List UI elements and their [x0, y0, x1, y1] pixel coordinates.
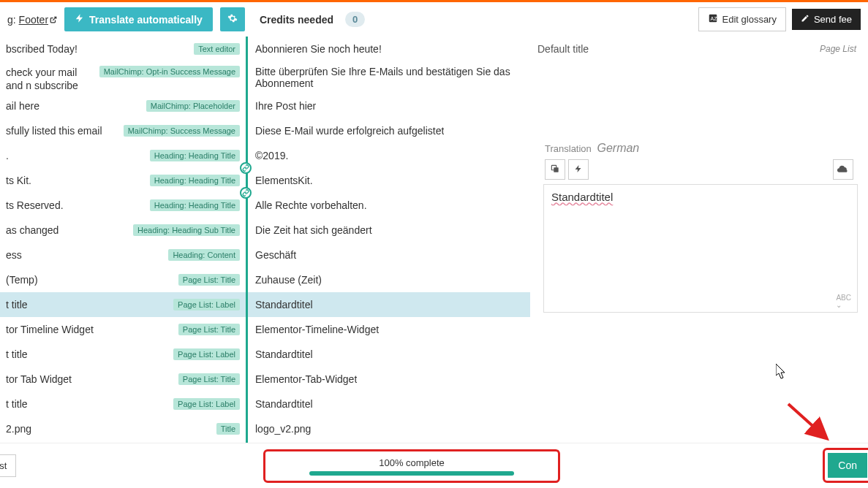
bolt-icon — [75, 13, 85, 26]
editor-source-tag: Page List — [820, 44, 856, 54]
source-text: ts Kit. — [6, 175, 150, 186]
translating-link[interactable]: Footer — [19, 14, 57, 26]
copy-icon — [550, 164, 560, 176]
target-row[interactable]: Diese E-Mail wurde erfolgreich aufgelist… — [248, 118, 530, 143]
target-row[interactable]: ElementsKit. — [248, 168, 530, 193]
target-text: Bitte überprüfen Sie Ihre E-Mails und be… — [255, 66, 524, 89]
credits-count-badge: 0 — [345, 12, 365, 27]
source-text: ail here — [6, 100, 146, 112]
source-text: . — [6, 150, 150, 161]
source-row[interactable]: (Temp)Page List: Title — [0, 267, 246, 292]
target-text: Standardtitel — [255, 398, 313, 410]
source-tag: MailChimp: Success Message — [124, 125, 240, 137]
source-text: tor Tab Widget — [6, 373, 178, 385]
top-toolbar: g: Footer Translate automatically Credit… — [0, 0, 868, 37]
source-column: bscribed Today!Text editorcheck your mai… — [0, 37, 246, 443]
source-row[interactable]: tor Tab WidgetPage List: Title — [0, 367, 246, 392]
svg-text:AZ: AZ — [710, 16, 717, 21]
source-row[interactable]: 2.pngTitle — [0, 416, 246, 441]
gear-icon — [227, 14, 238, 26]
toolbar-left — [545, 159, 589, 180]
translate-button-label: Translate automatically — [89, 14, 203, 26]
target-text: ©2019. — [255, 150, 288, 161]
target-row[interactable]: Elementor-Timeline-Widget — [248, 317, 530, 342]
source-tag: MailChimp: Opt-in Success Message — [99, 66, 240, 77]
target-row[interactable]: Abonnieren Sie noch heute! — [248, 37, 530, 61]
translating-label: g: Footer — [7, 14, 57, 26]
target-text: Elementor-Timeline-Widget — [255, 324, 379, 335]
source-row[interactable]: tor Timeline WidgetPage List: Title — [0, 317, 246, 342]
source-row[interactable]: check your mail and n subscribeMailChimp… — [0, 61, 246, 94]
translate-automatically-button[interactable]: Translate automatically — [64, 7, 213, 31]
translation-toolbar — [537, 155, 861, 184]
target-text: logo_v2.png — [255, 423, 311, 435]
cloud-button[interactable] — [833, 159, 853, 180]
source-row[interactable]: ail hereMailChimp: Placeholder — [0, 94, 246, 118]
source-text: as changed — [6, 224, 133, 236]
target-text: Standardtitel — [255, 299, 313, 310]
target-row[interactable]: Standardtitel — [248, 292, 530, 317]
target-text: ElementsKit. — [255, 175, 313, 186]
edit-glossary-button[interactable]: AZ Edit glossary — [698, 7, 786, 31]
source-tag: Page List: Label — [173, 299, 240, 310]
source-tag: Title — [216, 423, 240, 435]
progress-label: 100% complete — [379, 457, 445, 468]
source-row[interactable]: ts Reserved.Heading: Heading Title — [0, 193, 246, 218]
target-row[interactable]: Ihre Post hier — [248, 94, 530, 118]
target-row[interactable]: Alle Rechte vorbehalten. — [248, 193, 530, 218]
source-tag: Page List: Title — [178, 373, 240, 385]
main-area: bscribed Today!Text editorcheck your mai… — [0, 37, 868, 443]
copy-source-button[interactable] — [545, 159, 565, 180]
source-text: t title — [6, 398, 173, 410]
source-text: (Temp) — [6, 274, 178, 286]
source-tag: Heading: Heading Title — [150, 199, 240, 211]
target-text: Ihre Post hier — [255, 100, 316, 112]
target-row[interactable]: Standardtitel — [248, 342, 530, 367]
source-tag: Heading: Heading Sub Title — [133, 224, 240, 236]
cloud-icon — [837, 164, 849, 175]
source-tag: MailChimp: Placeholder — [146, 100, 240, 112]
target-row[interactable]: Standardtitel — [248, 392, 530, 416]
complete-button[interactable]: Con — [828, 453, 867, 478]
source-row[interactable]: t titlePage List: Label — [0, 342, 246, 367]
source-text: t title — [6, 348, 173, 360]
send-feedback-button[interactable]: Send fee — [792, 9, 861, 30]
source-text: ess — [6, 249, 168, 261]
source-row[interactable]: essHeading: Content — [0, 243, 246, 267]
source-tag: Page List: Title — [178, 274, 240, 286]
source-tag: Text editor — [194, 43, 240, 55]
target-row[interactable]: Bitte überprüfen Sie Ihre E-Mails und be… — [248, 61, 530, 94]
target-row[interactable]: logo_v2.png — [248, 416, 530, 441]
target-text: Alle Rechte vorbehalten. — [255, 199, 367, 211]
source-tag: Heading: Heading Title — [150, 175, 240, 186]
translation-textarea[interactable]: Standardtitel ABC⌄ — [543, 184, 858, 313]
auto-translate-button[interactable] — [568, 159, 589, 180]
target-row[interactable]: Die Zeit hat sich geändert — [248, 218, 530, 243]
target-row[interactable]: Elementor-Tab-Widget — [248, 367, 530, 392]
source-row[interactable]: t titlePage List: Label — [0, 392, 246, 416]
source-row[interactable]: sfully listed this emailMailChimp: Succe… — [0, 118, 246, 143]
source-row[interactable]: t titlePage List: Label — [0, 292, 246, 317]
editor-column: Default title Page List Translation Germ… — [530, 37, 868, 443]
settings-button[interactable] — [220, 7, 245, 31]
target-row[interactable]: Zuhause (Zeit) — [248, 267, 530, 292]
credits-needed-label: Credits needed — [260, 14, 333, 26]
translation-text: Standardtitel — [551, 191, 613, 203]
target-text: Standardtitel — [255, 348, 313, 360]
back-to-list-button[interactable]: to list — [0, 454, 16, 477]
source-tag: Page List: Label — [173, 398, 240, 410]
topbar-right: AZ Edit glossary Send fee — [698, 7, 861, 31]
source-tag: Page List: Title — [178, 324, 240, 335]
bolt-icon — [574, 164, 583, 175]
target-row[interactable]: Geschäft — [248, 243, 530, 267]
source-row[interactable]: .Heading: Heading Title — [0, 143, 246, 168]
source-row[interactable]: bscribed Today!Text editor — [0, 37, 246, 61]
source-row[interactable]: as changedHeading: Heading Sub Title — [0, 218, 246, 243]
target-text: Elementor-Tab-Widget — [255, 373, 357, 385]
source-row[interactable]: ts Kit.Heading: Heading Title — [0, 168, 246, 193]
edit-glossary-label: Edit glossary — [722, 14, 777, 25]
target-text: Die Zeit hat sich geändert — [255, 224, 372, 236]
target-row[interactable]: ©2019. — [248, 143, 530, 168]
source-text: ts Reserved. — [6, 199, 150, 211]
progress-highlight: 100% complete — [263, 449, 560, 483]
